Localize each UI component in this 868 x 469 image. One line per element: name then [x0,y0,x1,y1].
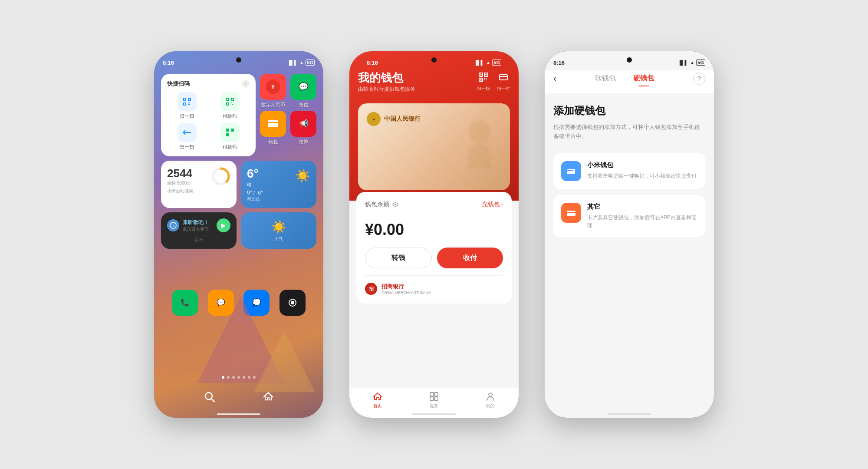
weather-label: 天气 [274,236,283,242]
svg-rect-54 [484,79,485,80]
qr-icon [478,72,489,85]
dock-home[interactable] [260,389,276,405]
svg-rect-14 [232,99,233,100]
cny-header-row: ★ 中国人民银行 [367,112,501,126]
music-title: 来听歌吧！ [183,219,209,226]
weather-desc: 晴 [247,182,263,188]
app-wechat[interactable]: 💬 微信 [290,74,316,108]
wallet-subtitle: 由招商银行提供钱包服务 [358,86,415,93]
app-icons-column: ¥ 数字人民币 [260,74,286,156]
front-camera-3 [627,57,632,63]
app-chat[interactable]: 💭 [243,290,270,316]
quick-scan-arrow[interactable]: › [242,80,250,88]
svg-rect-15 [227,103,228,105]
svg-rect-51 [480,79,482,81]
scan-icon-4 [220,123,240,142]
page-dots [154,376,323,379]
signal-icon: ▐▌▌ [287,60,297,65]
svg-rect-21 [226,133,229,136]
scan-item-2[interactable]: 付款码 [210,92,250,119]
svg-rect-69 [434,393,438,396]
topup-btn[interactable]: 充钱包 › [482,201,503,208]
scan-item-3[interactable]: 扫一扫 [167,123,207,150]
steps-target: 目标 6000步 [167,180,192,186]
hw-page-desc: 根据需要选择钱包的添加方式，可将个人钱包添加至手机设备或卡片中。 [553,123,705,141]
weather-location: 海淀区 [247,196,263,202]
svg-rect-7 [189,102,190,103]
svg-rect-26 [268,122,278,123]
home-bottom-icons: 📞 💬 💭 [154,283,323,323]
weather-widget[interactable]: 6° 晴 9° / -6° 海淀区 ☀️ [241,161,316,208]
svg-rect-13 [227,99,228,100]
app-name-wallet: 钱包 [268,139,278,145]
weather-temp: 6° [247,167,263,181]
steps-count: 2544 [167,167,192,180]
svg-rect-4 [189,99,190,100]
receive-btn[interactable]: 收付 [437,248,503,268]
svg-rect-16 [231,102,232,103]
nav-home[interactable]: 首页 [349,392,406,409]
wallet-amount: ¥0.00 [365,221,503,239]
music-play-button[interactable]: ▶ [217,218,230,232]
scan-item-4[interactable]: 付款码 [210,123,250,150]
svg-rect-18 [183,132,191,133]
app-cny[interactable]: ¥ 数字人民币 [260,74,286,108]
other-wallet-icon [561,203,581,223]
wallet-wifi: ▲ [486,60,490,65]
svg-rect-8 [188,104,189,105]
time-display: 8:16 [163,59,174,66]
help-button[interactable]: ? [693,73,705,85]
pay-scan-group[interactable]: 扫一付 [497,72,510,92]
hw-status-icons: ▐▌▌ ▲ 5G [678,59,705,66]
cny-bank-name: 中国人民银行 [384,115,421,123]
svg-rect-52 [484,78,485,79]
nav-services[interactable]: 服务 [406,392,462,409]
music-label: 音乐 [167,237,230,243]
app-weibo[interactable]: 📢 微博 [290,111,316,145]
nav-profile[interactable]: 我的 [462,392,519,409]
quick-scan-widget[interactable]: 快捷扫码 › [161,74,256,156]
weather-widget-2[interactable]: ☀️ 天气 [241,212,316,249]
phone-2-screen: 8:16 ▐▌▌ ▲ 5G 我的钱包 由招商银行提供钱包服务 [349,51,519,418]
transfer-btn[interactable]: 转钱 [365,248,432,268]
app-name-weibo: 微博 [299,139,308,145]
wallet-time: 8:16 [367,59,378,66]
music-widget[interactable]: ♪ 来听歌吧！ 点击进入界面 ▶ 音乐 [161,212,237,249]
other-wallet-name: 其它 [587,203,697,211]
home-nav-icon [373,392,382,401]
scan-icon-1 [178,92,197,111]
pay-scan-label: 扫一付 [497,86,510,92]
steps-widget[interactable]: 2544 目标 6000步 小米运动健康 [161,161,237,208]
svg-text:💬: 💬 [217,298,225,307]
option-other[interactable]: 其它 卡片及其它硬钱包，添加后可在APP内查看和管理 [553,195,705,237]
nav-home-label: 首页 [373,403,382,409]
weather-sun-icon-2: ☀️ [271,220,286,234]
tab-soft-wallet[interactable]: 软钱包 [586,70,625,86]
phone-3: 8:16 ▐▌▌ ▲ 5G ‹ 软钱包 硬钱包 ? 添加硬钱包 根据需要选择 [545,51,714,418]
wallet-title-row: 我的钱包 由招商银行提供钱包服务 [358,70,510,102]
app-messages[interactable]: 💬 [208,290,234,316]
home-bar-3 [608,413,651,415]
app-wallet[interactable]: 钱包 [260,111,286,145]
xiaomi-wallet-name: 小米钱包 [587,161,697,169]
svg-rect-55 [486,79,487,80]
scan-label-3: 扫一扫 [180,144,194,150]
scan-item-1[interactable]: 扫一扫 [167,92,207,119]
xiaomi-wallet-texts: 小米钱包 支持双击电源键一键唤起，可小额免密快捷支付 [587,161,697,180]
wallet-body: 钱包余额 充钱包 › ¥0.00 转钱 收付 [356,192,512,304]
scan-label-1: 扫一扫 [180,113,194,119]
option-xiaomi-wallet[interactable]: 小米钱包 支持双击电源键一键唤起，可小额免密快捷支付 [553,153,705,189]
scan-qr-group[interactable]: 扫一扫 [477,72,490,92]
svg-rect-25 [268,120,278,127]
svg-point-43 [291,301,294,304]
app-icon-wallet [260,111,286,137]
svg-rect-6 [188,102,189,103]
tab-hard-wallet[interactable]: 硬钱包 [625,70,663,86]
app-phone[interactable]: 📞 [172,290,198,316]
svg-rect-50 [486,74,487,76]
dock-search[interactable] [202,389,217,405]
svg-rect-79 [567,212,575,213]
back-button[interactable]: ‹ [553,73,556,83]
wallet-title: 我的钱包 [358,70,415,86]
app-camera[interactable] [279,290,306,316]
